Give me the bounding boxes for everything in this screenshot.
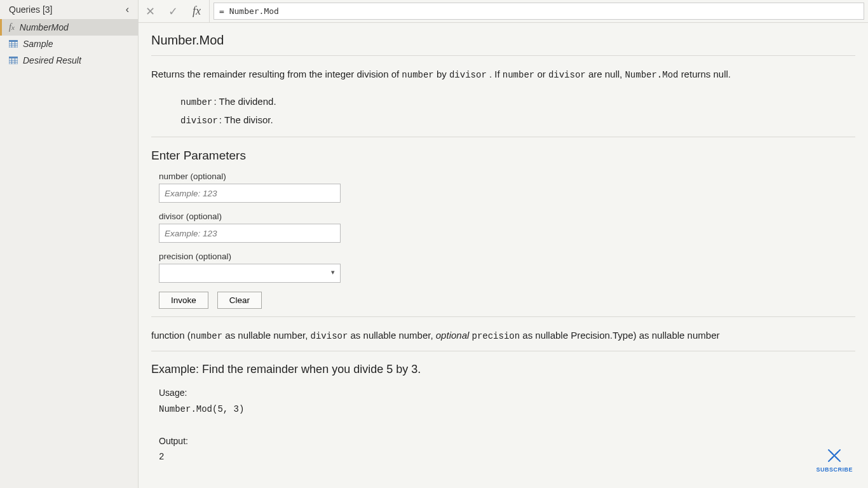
param-precision-label: precision (optional) xyxy=(159,252,341,261)
desc-text: . If xyxy=(489,69,503,79)
function-title: Number.Mod xyxy=(151,33,855,48)
sig-text: function ( xyxy=(151,330,191,341)
svg-line-12 xyxy=(831,452,833,454)
function-signature: function (number as nullable number, div… xyxy=(151,329,855,343)
enter-parameters-title: Enter Parameters xyxy=(151,149,855,163)
query-item-desired-result[interactable]: Desired Result xyxy=(0,52,138,69)
svg-rect-7 xyxy=(9,57,18,58)
param-name: divisor xyxy=(180,116,218,126)
invoke-button[interactable]: Invoke xyxy=(159,292,208,309)
commit-formula-icon[interactable]: ✓ xyxy=(161,0,184,22)
formula-bar: ✕ ✓ fx xyxy=(139,0,868,23)
desc-text: are null, xyxy=(588,69,625,79)
queries-list: fx NumberMod Sample xyxy=(0,19,138,69)
param-number-label: number (optional) xyxy=(159,172,341,181)
desc-text: Returns the remainder resulting from the… xyxy=(151,69,402,79)
collapse-sidebar-icon[interactable]: ‹ xyxy=(123,4,132,15)
query-item-sample[interactable]: Sample xyxy=(0,36,138,52)
desc-code: divisor xyxy=(548,70,586,80)
example-heading: Example: Find the remainder when you div… xyxy=(151,363,855,376)
desc-text: or xyxy=(537,69,548,79)
param-precision-select[interactable] xyxy=(159,264,341,283)
param-divisor: divisor (optional) xyxy=(159,212,341,243)
param-def-divisor: divisor: The divisor. xyxy=(180,111,855,130)
param-text: : The divisor. xyxy=(219,114,273,125)
sig-code: number xyxy=(191,331,222,341)
param-definitions: number: The dividend. divisor: The divis… xyxy=(180,93,855,129)
main-area: ✕ ✓ fx Number.Mod Returns the remainder … xyxy=(139,0,868,488)
svg-line-15 xyxy=(836,452,838,454)
usage-code: Number.Mod(5, 3) xyxy=(159,402,855,417)
divider xyxy=(151,137,855,137)
cancel-formula-icon[interactable]: ✕ xyxy=(139,0,161,22)
function-description: Returns the remainder resulting from the… xyxy=(151,67,855,81)
sidebar-title: Queries [3] xyxy=(9,4,52,15)
subscribe-label: SUBSCRIBE xyxy=(816,466,853,473)
param-name: number xyxy=(180,97,212,107)
function-doc: Number.Mod Returns the remainder resulti… xyxy=(139,23,868,488)
fx-icon: fx xyxy=(9,22,15,32)
param-divisor-input[interactable] xyxy=(159,224,341,243)
sig-optional: optional xyxy=(436,330,470,341)
formula-input[interactable] xyxy=(214,3,864,20)
desc-text: by xyxy=(437,69,449,79)
sig-text: as nullable Precision.Type) as nullable … xyxy=(520,330,719,341)
desc-code: divisor xyxy=(449,70,487,80)
output-label: Output: xyxy=(159,436,188,446)
param-number-input[interactable] xyxy=(159,184,341,203)
queries-sidebar: Queries [3] ‹ fx NumberMod Sample xyxy=(0,0,139,488)
svg-rect-1 xyxy=(9,40,18,42)
fx-label[interactable]: fx xyxy=(184,0,210,22)
svg-line-14 xyxy=(831,457,833,459)
query-item-label: Sample xyxy=(23,39,53,49)
sig-text: as nullable number, xyxy=(222,330,310,341)
table-icon xyxy=(9,40,18,48)
example-block: Usage: Number.Mod(5, 3) Output: 2 xyxy=(159,385,855,465)
divider xyxy=(151,351,855,351)
param-def-number: number: The dividend. xyxy=(180,93,855,111)
svg-line-13 xyxy=(836,457,838,459)
sig-code: precision xyxy=(472,331,520,341)
sig-text: as nullable number, xyxy=(348,330,435,341)
sidebar-header: Queries [3] ‹ xyxy=(0,0,138,19)
query-item-label: Desired Result xyxy=(23,55,81,65)
divider xyxy=(151,316,855,317)
param-text: : The dividend. xyxy=(214,96,276,107)
table-icon xyxy=(9,57,18,64)
param-number: number (optional) xyxy=(159,172,341,203)
output-value: 2 xyxy=(159,449,855,465)
param-precision: precision (optional) xyxy=(159,252,341,283)
query-item-label: NumberMod xyxy=(20,22,69,32)
clear-button[interactable]: Clear xyxy=(217,292,262,309)
query-item-numbermod[interactable]: fx NumberMod xyxy=(0,19,138,36)
divider xyxy=(151,55,855,56)
sig-code: divisor xyxy=(311,331,348,341)
desc-code: number xyxy=(503,70,534,80)
desc-code: number xyxy=(402,70,433,80)
subscribe-badge[interactable]: SUBSCRIBE xyxy=(816,446,853,473)
desc-text: returns null. xyxy=(681,69,731,79)
desc-code: Number.Mod xyxy=(625,70,678,80)
param-divisor-label: divisor (optional) xyxy=(159,212,341,221)
button-row: Invoke Clear xyxy=(159,292,855,309)
usage-label: Usage: xyxy=(159,388,187,398)
dna-icon xyxy=(825,446,844,465)
